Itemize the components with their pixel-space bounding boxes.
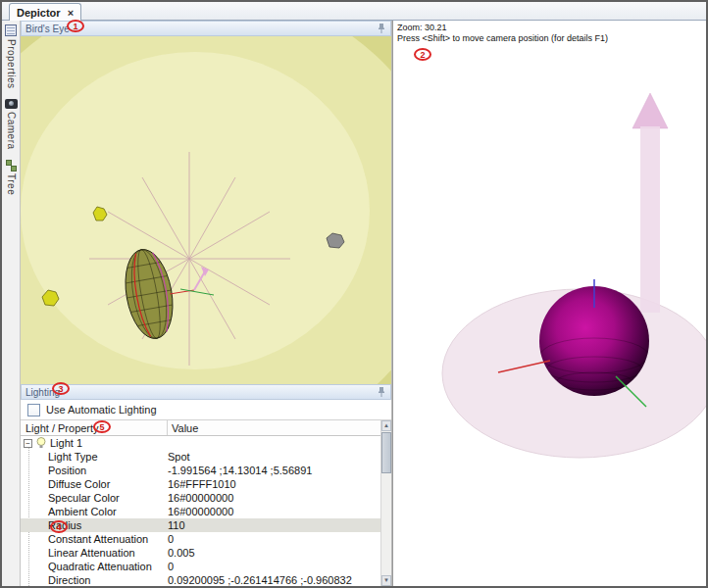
collapse-expander-icon[interactable]: − (24, 439, 32, 448)
property-grid-scrollbar[interactable]: ▲ ▼ (380, 420, 391, 586)
use-automatic-lighting-label: Use Automatic Lighting (46, 404, 157, 416)
depictor-window: Depictor × Properties Camera Tree Bird's… (0, 0, 708, 588)
camera-hint: Press <Shift> to move camera position (f… (397, 33, 608, 44)
birds-eye-title: Bird's Eye (25, 24, 70, 34)
properties-icon (5, 24, 17, 36)
viewport-info: Zoom: 30.21 Press <Shift> to move camera… (397, 23, 608, 44)
property-name: Position (21, 465, 164, 476)
property-name: Radius (21, 519, 164, 531)
tab-depictor[interactable]: Depictor × (9, 3, 81, 21)
property-name: Light Type (21, 451, 164, 463)
pin-icon[interactable] (377, 23, 386, 34)
property-name: Quadratic Attenuation (21, 561, 164, 572)
property-row-light-type[interactable]: Light TypeSpot (21, 450, 380, 464)
property-value[interactable]: Spot (164, 451, 380, 463)
property-grid-rows: − Light 1 Light TypeSpotPosition-1.99156… (21, 436, 391, 586)
zoom-readout: Zoom: 30.21 (397, 23, 608, 33)
property-value[interactable]: 16#00000000 (164, 506, 380, 517)
tab-strip: Depictor × (2, 2, 706, 21)
scrollbar-thumb[interactable] (381, 432, 391, 473)
property-value[interactable]: 16#00000000 (164, 492, 380, 504)
tab-depictor-label: Depictor (17, 7, 61, 19)
property-value[interactable]: 0 (164, 533, 380, 545)
scroll-down-icon[interactable]: ▼ (381, 575, 391, 586)
sidebar-item-label: Properties (6, 39, 17, 89)
property-row-diffuse-color[interactable]: Diffuse Color16#FFFF1010 (21, 477, 380, 491)
property-value[interactable]: 0 (164, 561, 380, 572)
sidebar-item-camera[interactable]: Camera (5, 99, 18, 150)
property-row-radius[interactable]: Radius110 (21, 518, 380, 532)
camera-icon (5, 99, 18, 109)
column-header-value[interactable]: Value (168, 422, 391, 434)
property-row-position[interactable]: Position-1.991564 ;14.13014 ;5.56891 (21, 464, 380, 477)
property-name: Linear Attenuation (21, 547, 164, 559)
column-header-property[interactable]: Light / Property (21, 420, 168, 435)
lighting-header: Lighting (21, 384, 391, 400)
property-name: Specular Color (21, 492, 164, 504)
birds-eye-header: Bird's Eye (21, 21, 391, 36)
lighting-title: Lighting (25, 387, 60, 398)
property-row-linear-attenuation[interactable]: Linear Attenuation0.005 (21, 546, 380, 560)
property-name: Constant Attenuation (21, 533, 164, 545)
auto-lighting-row: Use Automatic Lighting (21, 400, 391, 419)
sidebar-item-label: Tree (6, 173, 17, 195)
property-value[interactable]: -1.991564 ;14.13014 ;5.56891 (164, 465, 380, 476)
property-row-quadratic-attenuation[interactable]: Quadratic Attenuation0 (21, 560, 380, 573)
property-row-specular-color[interactable]: Specular Color16#00000000 (21, 491, 380, 505)
property-row-direction[interactable]: Direction0.09200095 ;-0.261414766 ;-0.96… (21, 573, 380, 586)
pin-icon[interactable] (377, 386, 386, 398)
property-name: Direction (21, 574, 164, 586)
light-bulb-icon (36, 437, 46, 449)
side-tab-bar: Properties Camera Tree (2, 21, 21, 586)
sidebar-item-properties[interactable]: Properties (5, 24, 17, 89)
property-name: Ambient Color (21, 506, 164, 517)
use-automatic-lighting-checkbox[interactable] (27, 404, 40, 416)
sidebar-item-tree[interactable]: Tree (5, 159, 17, 195)
scroll-up-icon[interactable]: ▲ (381, 420, 391, 431)
3d-scene (393, 21, 706, 586)
tree-icon (5, 159, 17, 171)
main-3d-viewport[interactable]: Zoom: 30.21 Press <Shift> to move camera… (392, 21, 706, 586)
sidebar-item-label: Camera (6, 112, 17, 150)
close-tab-icon[interactable]: × (68, 8, 74, 18)
property-row-constant-attenuation[interactable]: Constant Attenuation0 (21, 532, 380, 546)
light-group-row[interactable]: − Light 1 (21, 436, 380, 450)
birds-eye-viewport[interactable] (21, 36, 391, 384)
property-name: Diffuse Color (21, 478, 164, 490)
property-value[interactable]: 0.005 (164, 547, 380, 559)
property-grid-header: Light / Property Value (21, 419, 391, 436)
property-value[interactable]: 110 (164, 519, 380, 531)
birds-eye-scene (21, 36, 391, 384)
property-row-ambient-color[interactable]: Ambient Color16#00000000 (21, 505, 380, 518)
property-value[interactable]: 16#FFFF1010 (164, 478, 380, 490)
property-value[interactable]: 0.09200095 ;-0.261414766 ;-0.960832 (164, 574, 380, 586)
left-panel-column: Bird's Eye (21, 21, 392, 586)
